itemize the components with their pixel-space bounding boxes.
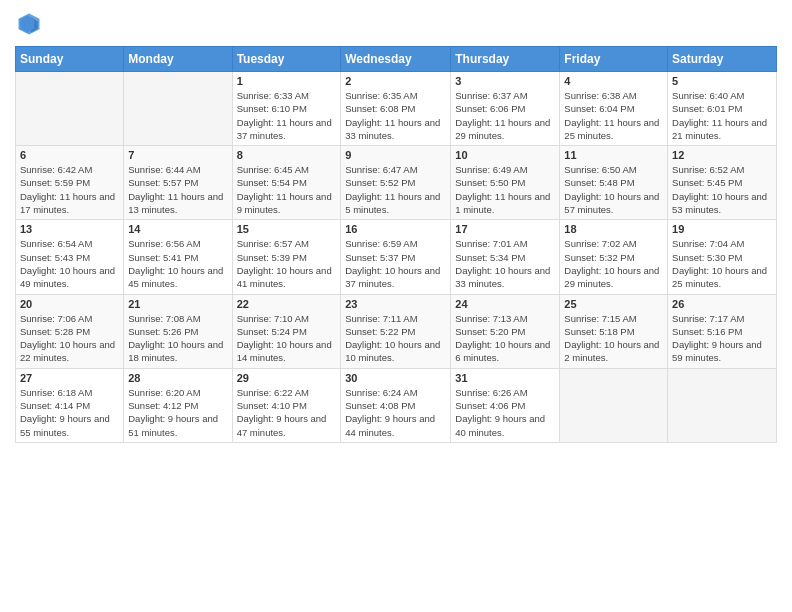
calendar-cell: 22Sunrise: 7:10 AMSunset: 5:24 PMDayligh… <box>232 294 341 368</box>
weekday-thursday: Thursday <box>451 47 560 72</box>
day-info: Sunrise: 6:49 AMSunset: 5:50 PMDaylight:… <box>455 163 555 216</box>
day-info: Sunrise: 6:33 AMSunset: 6:10 PMDaylight:… <box>237 89 337 142</box>
day-info: Sunrise: 7:08 AMSunset: 5:26 PMDaylight:… <box>128 312 227 365</box>
day-info: Sunrise: 6:44 AMSunset: 5:57 PMDaylight:… <box>128 163 227 216</box>
day-info: Sunrise: 6:22 AMSunset: 4:10 PMDaylight:… <box>237 386 337 439</box>
day-info: Sunrise: 7:02 AMSunset: 5:32 PMDaylight:… <box>564 237 663 290</box>
calendar-cell: 19Sunrise: 7:04 AMSunset: 5:30 PMDayligh… <box>668 220 777 294</box>
day-number: 11 <box>564 149 663 161</box>
day-number: 14 <box>128 223 227 235</box>
day-info: Sunrise: 6:45 AMSunset: 5:54 PMDaylight:… <box>237 163 337 216</box>
calendar-cell: 1Sunrise: 6:33 AMSunset: 6:10 PMDaylight… <box>232 72 341 146</box>
calendar-cell: 11Sunrise: 6:50 AMSunset: 5:48 PMDayligh… <box>560 146 668 220</box>
day-number: 8 <box>237 149 337 161</box>
day-info: Sunrise: 6:35 AMSunset: 6:08 PMDaylight:… <box>345 89 446 142</box>
day-info: Sunrise: 7:15 AMSunset: 5:18 PMDaylight:… <box>564 312 663 365</box>
day-info: Sunrise: 6:57 AMSunset: 5:39 PMDaylight:… <box>237 237 337 290</box>
calendar-cell: 25Sunrise: 7:15 AMSunset: 5:18 PMDayligh… <box>560 294 668 368</box>
day-info: Sunrise: 7:04 AMSunset: 5:30 PMDaylight:… <box>672 237 772 290</box>
calendar-cell <box>16 72 124 146</box>
day-info: Sunrise: 6:54 AMSunset: 5:43 PMDaylight:… <box>20 237 119 290</box>
day-info: Sunrise: 7:13 AMSunset: 5:20 PMDaylight:… <box>455 312 555 365</box>
day-number: 12 <box>672 149 772 161</box>
day-info: Sunrise: 6:50 AMSunset: 5:48 PMDaylight:… <box>564 163 663 216</box>
day-info: Sunrise: 7:17 AMSunset: 5:16 PMDaylight:… <box>672 312 772 365</box>
calendar-cell: 20Sunrise: 7:06 AMSunset: 5:28 PMDayligh… <box>16 294 124 368</box>
day-number: 24 <box>455 298 555 310</box>
day-number: 7 <box>128 149 227 161</box>
calendar-table: SundayMondayTuesdayWednesdayThursdayFrid… <box>15 46 777 443</box>
calendar-cell: 8Sunrise: 6:45 AMSunset: 5:54 PMDaylight… <box>232 146 341 220</box>
day-number: 6 <box>20 149 119 161</box>
day-number: 31 <box>455 372 555 384</box>
calendar-cell: 29Sunrise: 6:22 AMSunset: 4:10 PMDayligh… <box>232 368 341 442</box>
day-number: 22 <box>237 298 337 310</box>
day-number: 5 <box>672 75 772 87</box>
calendar-cell: 17Sunrise: 7:01 AMSunset: 5:34 PMDayligh… <box>451 220 560 294</box>
day-number: 25 <box>564 298 663 310</box>
weekday-wednesday: Wednesday <box>341 47 451 72</box>
day-info: Sunrise: 7:11 AMSunset: 5:22 PMDaylight:… <box>345 312 446 365</box>
day-info: Sunrise: 7:06 AMSunset: 5:28 PMDaylight:… <box>20 312 119 365</box>
calendar-cell: 15Sunrise: 6:57 AMSunset: 5:39 PMDayligh… <box>232 220 341 294</box>
calendar-cell: 14Sunrise: 6:56 AMSunset: 5:41 PMDayligh… <box>124 220 232 294</box>
calendar-cell: 24Sunrise: 7:13 AMSunset: 5:20 PMDayligh… <box>451 294 560 368</box>
calendar-cell: 28Sunrise: 6:20 AMSunset: 4:12 PMDayligh… <box>124 368 232 442</box>
day-info: Sunrise: 6:47 AMSunset: 5:52 PMDaylight:… <box>345 163 446 216</box>
day-number: 13 <box>20 223 119 235</box>
calendar-cell <box>124 72 232 146</box>
day-info: Sunrise: 6:38 AMSunset: 6:04 PMDaylight:… <box>564 89 663 142</box>
calendar-cell: 5Sunrise: 6:40 AMSunset: 6:01 PMDaylight… <box>668 72 777 146</box>
day-number: 16 <box>345 223 446 235</box>
calendar-cell <box>560 368 668 442</box>
calendar-cell: 4Sunrise: 6:38 AMSunset: 6:04 PMDaylight… <box>560 72 668 146</box>
day-info: Sunrise: 6:37 AMSunset: 6:06 PMDaylight:… <box>455 89 555 142</box>
calendar-cell: 2Sunrise: 6:35 AMSunset: 6:08 PMDaylight… <box>341 72 451 146</box>
day-number: 30 <box>345 372 446 384</box>
day-number: 15 <box>237 223 337 235</box>
day-number: 21 <box>128 298 227 310</box>
calendar-cell <box>668 368 777 442</box>
day-number: 26 <box>672 298 772 310</box>
calendar-week-row: 13Sunrise: 6:54 AMSunset: 5:43 PMDayligh… <box>16 220 777 294</box>
day-number: 29 <box>237 372 337 384</box>
day-number: 17 <box>455 223 555 235</box>
weekday-saturday: Saturday <box>668 47 777 72</box>
day-number: 19 <box>672 223 772 235</box>
header <box>15 10 777 38</box>
day-info: Sunrise: 6:59 AMSunset: 5:37 PMDaylight:… <box>345 237 446 290</box>
calendar-cell: 3Sunrise: 6:37 AMSunset: 6:06 PMDaylight… <box>451 72 560 146</box>
day-info: Sunrise: 6:56 AMSunset: 5:41 PMDaylight:… <box>128 237 227 290</box>
logo-icon <box>15 10 43 38</box>
calendar-cell: 10Sunrise: 6:49 AMSunset: 5:50 PMDayligh… <box>451 146 560 220</box>
day-info: Sunrise: 7:10 AMSunset: 5:24 PMDaylight:… <box>237 312 337 365</box>
day-number: 4 <box>564 75 663 87</box>
day-number: 3 <box>455 75 555 87</box>
day-number: 9 <box>345 149 446 161</box>
day-number: 27 <box>20 372 119 384</box>
day-info: Sunrise: 6:42 AMSunset: 5:59 PMDaylight:… <box>20 163 119 216</box>
day-info: Sunrise: 6:40 AMSunset: 6:01 PMDaylight:… <box>672 89 772 142</box>
day-number: 20 <box>20 298 119 310</box>
day-number: 18 <box>564 223 663 235</box>
calendar-cell: 16Sunrise: 6:59 AMSunset: 5:37 PMDayligh… <box>341 220 451 294</box>
page: SundayMondayTuesdayWednesdayThursdayFrid… <box>0 0 792 612</box>
calendar-cell: 27Sunrise: 6:18 AMSunset: 4:14 PMDayligh… <box>16 368 124 442</box>
day-number: 28 <box>128 372 227 384</box>
calendar-cell: 12Sunrise: 6:52 AMSunset: 5:45 PMDayligh… <box>668 146 777 220</box>
calendar-week-row: 20Sunrise: 7:06 AMSunset: 5:28 PMDayligh… <box>16 294 777 368</box>
weekday-monday: Monday <box>124 47 232 72</box>
calendar-cell: 13Sunrise: 6:54 AMSunset: 5:43 PMDayligh… <box>16 220 124 294</box>
calendar-cell: 31Sunrise: 6:26 AMSunset: 4:06 PMDayligh… <box>451 368 560 442</box>
weekday-tuesday: Tuesday <box>232 47 341 72</box>
day-info: Sunrise: 6:24 AMSunset: 4:08 PMDaylight:… <box>345 386 446 439</box>
day-number: 2 <box>345 75 446 87</box>
day-info: Sunrise: 6:52 AMSunset: 5:45 PMDaylight:… <box>672 163 772 216</box>
calendar-cell: 7Sunrise: 6:44 AMSunset: 5:57 PMDaylight… <box>124 146 232 220</box>
logo <box>15 10 47 38</box>
calendar-cell: 21Sunrise: 7:08 AMSunset: 5:26 PMDayligh… <box>124 294 232 368</box>
calendar-week-row: 1Sunrise: 6:33 AMSunset: 6:10 PMDaylight… <box>16 72 777 146</box>
day-info: Sunrise: 7:01 AMSunset: 5:34 PMDaylight:… <box>455 237 555 290</box>
weekday-header-row: SundayMondayTuesdayWednesdayThursdayFrid… <box>16 47 777 72</box>
weekday-friday: Friday <box>560 47 668 72</box>
